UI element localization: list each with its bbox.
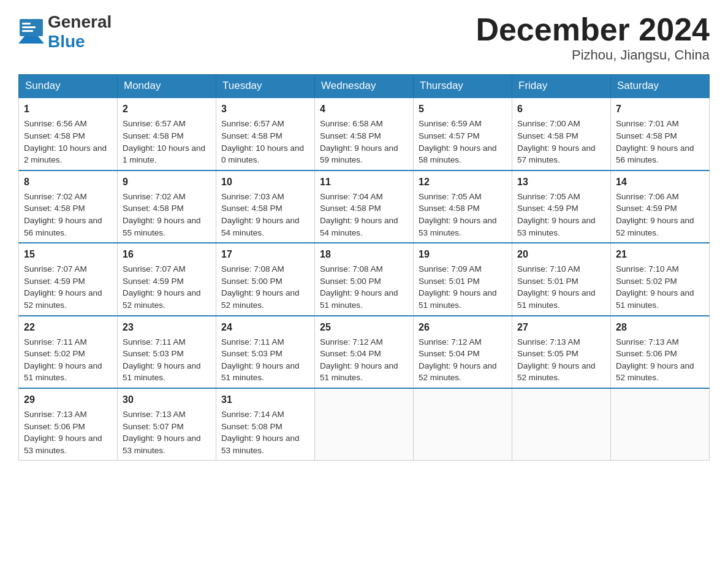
sunrise-text: Sunrise: 7:08 AM <box>221 264 284 274</box>
day-cell-13: 13 Sunrise: 7:05 AM Sunset: 4:59 PM Dayl… <box>512 170 611 243</box>
day-cell-10: 10 Sunrise: 7:03 AM Sunset: 4:58 PM Dayl… <box>216 170 315 243</box>
location: Pizhou, Jiangsu, China <box>476 47 710 63</box>
day-number: 4 <box>320 102 408 116</box>
sunrise-text: Sunrise: 7:00 AM <box>517 119 580 128</box>
day-cell-16: 16 Sunrise: 7:07 AM Sunset: 4:59 PM Dayl… <box>118 243 216 315</box>
sunrise-text: Sunrise: 7:12 AM <box>419 337 482 347</box>
day-cell-1: 1 Sunrise: 6:56 AM Sunset: 4:58 PM Dayli… <box>19 98 118 170</box>
day-cell-15: 15 Sunrise: 7:07 AM Sunset: 4:59 PM Dayl… <box>19 243 118 315</box>
logo-blue-text: Blue <box>48 32 112 52</box>
sunset-text: Sunset: 5:06 PM <box>616 349 677 358</box>
daylight-text: Daylight: 9 hours and 52 minutes. <box>24 288 102 310</box>
daylight-text: Daylight: 9 hours and 52 minutes. <box>221 288 300 310</box>
day-number: 3 <box>221 102 309 116</box>
daylight-text: Daylight: 10 hours and 2 minutes. <box>24 144 107 165</box>
day-cell-5: 5 Sunrise: 6:59 AM Sunset: 4:57 PM Dayli… <box>414 98 512 170</box>
day-cell-21: 21 Sunrise: 7:10 AM Sunset: 5:02 PM Dayl… <box>611 243 710 315</box>
daylight-text: Daylight: 9 hours and 56 minutes. <box>24 216 102 237</box>
sunrise-text: Sunrise: 7:11 AM <box>24 337 87 347</box>
sunset-text: Sunset: 4:58 PM <box>24 131 85 140</box>
sunrise-text: Sunrise: 7:13 AM <box>24 410 87 419</box>
day-number: 13 <box>517 175 605 189</box>
sunset-text: Sunset: 5:04 PM <box>419 349 480 358</box>
empty-cell-w5-d3 <box>315 388 414 461</box>
empty-cell-w5-d4 <box>414 388 512 461</box>
sunrise-text: Sunrise: 7:05 AM <box>517 192 580 201</box>
sunset-text: Sunset: 4:58 PM <box>320 131 381 140</box>
day-cell-8: 8 Sunrise: 7:02 AM Sunset: 4:58 PM Dayli… <box>19 170 118 243</box>
day-number: 30 <box>123 393 211 407</box>
daylight-text: Daylight: 9 hours and 55 minutes. <box>123 216 201 237</box>
header-thursday: Thursday <box>414 75 512 98</box>
day-number: 18 <box>320 247 408 261</box>
sunrise-text: Sunrise: 7:04 AM <box>320 192 383 201</box>
sunset-text: Sunset: 4:58 PM <box>320 204 381 213</box>
title-area: December 2024 Pizhou, Jiangsu, China <box>476 12 710 63</box>
sunrise-text: Sunrise: 7:08 AM <box>320 264 383 274</box>
day-number: 29 <box>24 393 112 407</box>
empty-cell-w5-d5 <box>512 388 611 461</box>
sunset-text: Sunset: 5:00 PM <box>320 277 381 286</box>
sunset-text: Sunset: 4:59 PM <box>123 277 184 286</box>
sunset-text: Sunset: 5:02 PM <box>616 277 677 286</box>
day-number: 9 <box>123 175 211 189</box>
sunrise-text: Sunrise: 7:13 AM <box>123 410 186 419</box>
day-cell-27: 27 Sunrise: 7:13 AM Sunset: 5:05 PM Dayl… <box>512 316 611 388</box>
daylight-text: Daylight: 9 hours and 51 minutes. <box>320 288 398 310</box>
daylight-text: Daylight: 9 hours and 51 minutes. <box>320 361 398 383</box>
day-number: 19 <box>419 247 507 261</box>
sunrise-text: Sunrise: 6:57 AM <box>123 119 186 128</box>
day-cell-18: 18 Sunrise: 7:08 AM Sunset: 5:00 PM Dayl… <box>315 243 414 315</box>
daylight-text: Daylight: 9 hours and 51 minutes. <box>123 361 201 383</box>
day-cell-25: 25 Sunrise: 7:12 AM Sunset: 5:04 PM Dayl… <box>315 316 414 388</box>
sunset-text: Sunset: 4:58 PM <box>123 131 184 140</box>
day-cell-26: 26 Sunrise: 7:12 AM Sunset: 5:04 PM Dayl… <box>414 316 512 388</box>
svg-rect-4 <box>22 30 33 32</box>
day-number: 15 <box>24 247 112 261</box>
week-row-1: 1 Sunrise: 6:56 AM Sunset: 4:58 PM Dayli… <box>19 98 710 170</box>
calendar-table: Sunday Monday Tuesday Wednesday Thursday… <box>18 74 710 461</box>
day-cell-11: 11 Sunrise: 7:04 AM Sunset: 4:58 PM Dayl… <box>315 170 414 243</box>
daylight-text: Daylight: 9 hours and 51 minutes. <box>419 288 497 310</box>
daylight-text: Daylight: 9 hours and 52 minutes. <box>616 361 694 383</box>
daylight-text: Daylight: 9 hours and 52 minutes. <box>419 361 497 383</box>
daylight-text: Daylight: 9 hours and 51 minutes. <box>616 288 694 310</box>
day-cell-24: 24 Sunrise: 7:11 AM Sunset: 5:03 PM Dayl… <box>216 316 315 388</box>
daylight-text: Daylight: 9 hours and 54 minutes. <box>221 216 300 237</box>
day-headers-row: Sunday Monday Tuesday Wednesday Thursday… <box>19 75 710 98</box>
sunrise-text: Sunrise: 7:03 AM <box>221 192 284 201</box>
sunset-text: Sunset: 5:02 PM <box>24 349 85 358</box>
day-number: 16 <box>123 247 211 261</box>
daylight-text: Daylight: 9 hours and 51 minutes. <box>517 288 596 310</box>
day-number: 14 <box>616 175 704 189</box>
header-tuesday: Tuesday <box>216 75 315 98</box>
sunrise-text: Sunrise: 7:09 AM <box>419 264 482 274</box>
sunrise-text: Sunrise: 7:14 AM <box>221 410 284 419</box>
sunset-text: Sunset: 5:04 PM <box>320 349 381 358</box>
day-number: 31 <box>221 393 309 407</box>
daylight-text: Daylight: 9 hours and 56 minutes. <box>616 144 694 165</box>
sunrise-text: Sunrise: 6:57 AM <box>221 119 284 128</box>
svg-marker-1 <box>18 36 44 44</box>
daylight-text: Daylight: 9 hours and 54 minutes. <box>320 216 398 237</box>
daylight-text: Daylight: 9 hours and 53 minutes. <box>419 216 497 237</box>
day-cell-9: 9 Sunrise: 7:02 AM Sunset: 4:58 PM Dayli… <box>118 170 216 243</box>
daylight-text: Daylight: 9 hours and 51 minutes. <box>221 361 300 383</box>
header-monday: Monday <box>118 75 216 98</box>
header-friday: Friday <box>512 75 611 98</box>
week-row-2: 8 Sunrise: 7:02 AM Sunset: 4:58 PM Dayli… <box>19 170 710 243</box>
sunset-text: Sunset: 5:03 PM <box>123 349 184 358</box>
header: General Blue December 2024 Pizhou, Jiang… <box>18 12 710 63</box>
logo-general-text: General <box>48 12 112 32</box>
sunset-text: Sunset: 4:57 PM <box>419 131 480 140</box>
day-number: 28 <box>616 320 704 334</box>
daylight-text: Daylight: 9 hours and 53 minutes. <box>221 434 300 455</box>
sunrise-text: Sunrise: 7:01 AM <box>616 119 679 128</box>
sunrise-text: Sunrise: 7:05 AM <box>419 192 482 201</box>
day-number: 6 <box>517 102 605 116</box>
sunset-text: Sunset: 4:58 PM <box>221 204 282 213</box>
header-sunday: Sunday <box>19 75 118 98</box>
day-cell-30: 30 Sunrise: 7:13 AM Sunset: 5:07 PM Dayl… <box>118 388 216 461</box>
day-cell-14: 14 Sunrise: 7:06 AM Sunset: 4:59 PM Dayl… <box>611 170 710 243</box>
daylight-text: Daylight: 9 hours and 53 minutes. <box>123 434 201 455</box>
